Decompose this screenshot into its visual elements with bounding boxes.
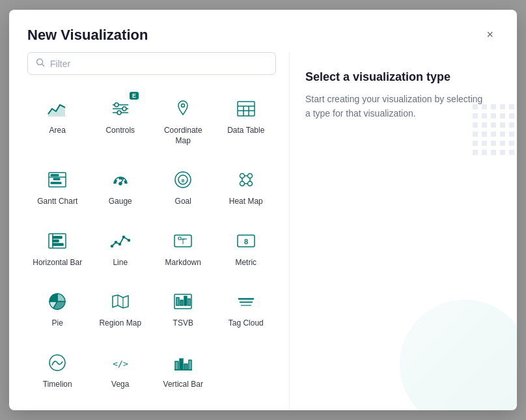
viz-item-line[interactable]: Line [90, 220, 151, 276]
svg-text:8: 8 [244, 238, 248, 245]
gauge-label: Gauge [109, 197, 132, 207]
viz-item-vertical-bar[interactable]: Vertical Bar [153, 342, 214, 398]
svg-point-28 [247, 182, 252, 186]
goal-icon: 8 [170, 167, 196, 193]
gantt-chart-icon [44, 167, 70, 193]
timelion-label: Timelion [43, 380, 72, 390]
line-label: Line [113, 258, 128, 268]
svg-point-26 [247, 174, 252, 178]
svg-rect-52 [176, 298, 179, 305]
metric-label: Metric [235, 258, 256, 268]
svg-rect-18 [53, 178, 60, 180]
close-button[interactable]: × [481, 25, 499, 44]
timelion-icon [44, 350, 70, 376]
data-table-icon [233, 96, 259, 122]
area-label: Area [49, 126, 66, 136]
svg-rect-36 [53, 240, 59, 242]
controls-icon [107, 96, 133, 122]
svg-text:</>: </> [113, 359, 128, 369]
decorative-dots [473, 104, 517, 155]
svg-point-7 [122, 107, 126, 111]
viz-item-gauge[interactable]: Gauge [90, 159, 151, 215]
svg-rect-19 [51, 182, 61, 184]
vega-label: Vega [111, 380, 129, 390]
viz-item-pie[interactable]: Pie [27, 281, 88, 337]
svg-point-21 [119, 182, 122, 185]
tag-cloud-label: Tag Cloud [228, 318, 264, 329]
svg-rect-64 [189, 360, 191, 370]
markdown-icon: T [170, 228, 196, 254]
vega-icon: </> [107, 350, 133, 376]
svg-rect-17 [51, 175, 59, 176]
svg-rect-37 [53, 244, 63, 245]
tsvb-label: TSVB [173, 318, 193, 329]
viz-item-controls[interactable]: E Controls [90, 88, 151, 154]
vertical-bar-label: Vertical Bar [163, 380, 203, 390]
svg-text:T: T [181, 238, 185, 245]
viz-item-metric[interactable]: 8 Metric [216, 220, 277, 276]
svg-point-40 [118, 243, 120, 245]
viz-item-timelion[interactable]: Timelion [27, 342, 88, 398]
modal-title: New Visualization [27, 27, 148, 44]
horizontal-bar-label: Horizontal Bar [33, 258, 82, 268]
heat-map-label: Heat Map [229, 197, 263, 207]
coordinate-map-icon [170, 96, 196, 122]
svg-point-0 [37, 59, 43, 65]
region-map-icon [107, 288, 133, 315]
svg-point-42 [128, 239, 130, 241]
modal-header: New Visualization × [9, 10, 517, 52]
gantt-chart-label: Gantt Chart [37, 197, 77, 207]
controls-label: Controls [105, 126, 135, 136]
viz-item-coordinate-map[interactable]: Coordinate Map [153, 88, 214, 154]
controls-badge: E [130, 92, 139, 100]
svg-rect-61 [175, 361, 178, 370]
viz-item-markdown[interactable]: T Markdown [153, 220, 214, 276]
viz-item-area[interactable]: Area [27, 88, 88, 154]
svg-rect-35 [53, 236, 62, 238]
svg-rect-62 [180, 359, 183, 370]
viz-item-vega[interactable]: </> Vega [90, 342, 151, 398]
left-panel: Area E Controls Coordinate Map [9, 52, 289, 410]
region-map-label: Region Map [99, 318, 141, 329]
svg-point-41 [122, 236, 124, 238]
right-panel: Select a visualization type Start creati… [289, 52, 517, 410]
tsvb-icon [170, 288, 196, 315]
viz-item-tag-cloud[interactable]: Tag Cloud [216, 281, 277, 337]
metric-icon: 8 [233, 228, 259, 254]
modal-body: Area E Controls Coordinate Map [9, 52, 517, 410]
svg-point-8 [117, 111, 121, 115]
svg-point-6 [115, 103, 118, 107]
decorative-arc [400, 300, 517, 410]
viz-item-goal[interactable]: 8 Goal [153, 159, 214, 215]
new-visualization-modal: New Visualization × Area [9, 10, 517, 410]
viz-item-horizontal-bar[interactable]: Horizontal Bar [27, 220, 88, 276]
svg-point-39 [115, 241, 117, 243]
svg-point-38 [111, 245, 113, 247]
coordinate-map-label: Coordinate Map [158, 126, 208, 146]
svg-text:8: 8 [182, 178, 185, 184]
svg-rect-53 [180, 300, 183, 305]
svg-rect-10 [238, 102, 255, 116]
gauge-icon [107, 167, 133, 193]
line-icon [107, 228, 133, 254]
viz-grid: Area E Controls Coordinate Map [27, 88, 276, 398]
viz-item-data-table[interactable]: Data Table [216, 88, 277, 154]
viz-item-region-map[interactable]: Region Map [90, 281, 151, 337]
viz-item-heat-map[interactable]: Heat Map [216, 159, 277, 215]
svg-point-9 [182, 104, 185, 107]
vertical-bar-icon [170, 350, 196, 376]
pie-icon [44, 288, 70, 315]
right-panel-title: Select a visualization type [305, 70, 499, 84]
goal-label: Goal [175, 197, 191, 207]
svg-point-25 [240, 174, 244, 178]
pie-label: Pie [52, 318, 63, 329]
search-icon [36, 58, 45, 69]
viz-item-gantt-chart[interactable]: Gantt Chart [27, 159, 88, 215]
data-table-label: Data Table [227, 126, 264, 136]
right-panel-description: Start creating your visualization by sel… [305, 92, 488, 121]
area-icon [44, 96, 70, 122]
viz-item-tsvb[interactable]: TSVB [153, 281, 214, 337]
search-input[interactable] [50, 59, 268, 69]
search-box [27, 52, 276, 75]
svg-rect-63 [184, 364, 187, 370]
